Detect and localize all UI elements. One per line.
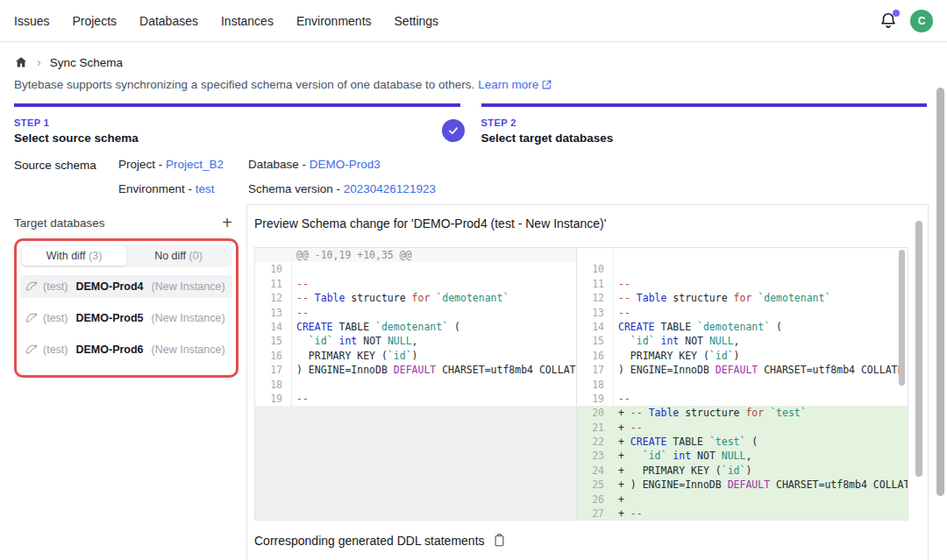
diff-line: 14CREATE TABLE `demotenant` ( [255,320,576,334]
avatar[interactable]: C [910,10,933,32]
line-content: PRIMARY KEY (`id`) [291,349,418,363]
line-number: 26 [577,493,613,507]
breadcrumb-page-title: Sync Schema [50,56,123,69]
tab-with-diff[interactable]: With diff (3) [22,246,126,266]
field-database-label: Database - [248,158,310,171]
project-link[interactable]: Project_B2 [166,158,224,171]
mysql-icon [25,312,38,324]
diff-line: 13-- [255,306,576,320]
line-number: 10 [577,262,613,276]
line-number: 14 [255,320,291,334]
add-database-button[interactable]: + [222,216,232,230]
learn-more-link[interactable]: Learn more [478,78,552,91]
diff-pane-original: @@ -10,19 +10,35 @@ 1011--12-- Table str… [255,248,577,520]
preview-card: Preview Schema change for 'DEMO-Prod4 (t… [246,204,929,560]
diff-line: 23+ `id` int NOT NULL, [577,449,908,463]
field-database: Database - DEMO-Prod3 [248,158,436,171]
line-number: 11 [255,277,291,291]
step-1-completed-badge [442,119,465,142]
tab-with-diff-label: With diff [46,250,89,262]
line-content: CREATE TABLE `demotenant` ( [291,320,460,334]
line-number: 19 [577,392,613,406]
line-content [291,378,296,392]
diff-line: 22+ CREATE TABLE `test` ( [577,435,908,449]
diff-line: 17) ENGINE=InnoDB DEFAULT CHARSET=utf8mb… [577,363,908,377]
steps: STEP 1 Select source schema STEP 2 Selec… [14,103,927,145]
target-panel-header: Target databases + [0,204,246,230]
line-number: 12 [255,291,291,305]
notifications-button[interactable] [879,11,898,31]
line-number: 14 [577,320,613,334]
nav-item-settings[interactable]: Settings [395,14,439,28]
diff-line: 14CREATE TABLE `demotenant` ( [577,320,908,334]
line-number: 10 [255,262,291,276]
card-scrollbar[interactable] [915,221,922,477]
field-project: Project - Project_B2 [118,158,248,171]
line-number: 23 [577,449,613,463]
source-schema-section: Source schema Project - Project_B2 Envir… [14,158,436,195]
db-environment: (test) [43,344,68,356]
tab-no-diff[interactable]: No diff (0) [126,246,231,266]
line-content: + `id` int NOT NULL, [613,449,751,463]
diff-left-filler [255,406,576,520]
nav-item-databases[interactable]: Databases [139,14,198,28]
field-environment: Environment - test [118,182,248,195]
diff-pane-modified: 1011--12-- Table structure for `demotena… [577,248,908,520]
check-icon [447,124,459,137]
line-content: + CREATE TABLE `test` ( [613,435,758,449]
line-number: 25 [577,478,613,492]
field-schema-version-label: Schema version - [248,182,344,195]
line-content: -- [291,392,309,406]
home-icon[interactable] [14,55,28,69]
diff-line: 15 `id` int NOT NULL, [255,334,576,348]
diff-scrollbar[interactable] [899,250,905,386]
db-note: (New Instance) [152,312,225,324]
diff-line: 18 [255,378,576,392]
top-navigation: Issues Projects Databases Instances Envi… [0,0,947,42]
step-2-title: Select target databases [481,131,928,145]
diff-line: 10 [255,262,576,276]
line-number: 17 [577,363,613,377]
tab-no-diff-count: (0) [189,250,203,262]
field-project-label: Project - [118,158,166,171]
diff-tabs: With diff (3) No diff (0) [20,245,232,267]
line-number: 15 [577,334,613,348]
diff-hunk-header-spacer [577,248,908,262]
target-database-row[interactable]: (test)DEMO-Prod4(New Instance) [20,275,232,298]
line-content: -- Table structure for `demotenant` [613,291,830,305]
target-database-row[interactable]: (test)DEMO-Prod6(New Instance) [20,338,232,361]
source-schema-label: Source schema [14,158,118,195]
line-content: -- [613,306,630,320]
line-number: 27 [577,507,613,520]
diff-line: 16 PRIMARY KEY (`id`) [577,349,908,363]
chevron-right-icon: › [37,55,41,69]
nav-item-instances[interactable]: Instances [221,14,274,28]
page-scrollbar[interactable] [936,88,944,496]
nav-item-issues[interactable]: Issues [14,14,49,28]
copy-icon[interactable] [493,533,506,548]
line-content: + ) ENGINE=InnoDB DEFAULT CHARSET=utf8mb… [613,478,908,492]
diff-line: 16 PRIMARY KEY (`id`) [255,349,576,363]
plus-icon: + [222,213,232,232]
hunk-header-text: @@ -10,19 +10,35 @@ [291,248,412,262]
db-environment: (test) [43,280,68,293]
line-content: `id` int NOT NULL, [613,334,740,348]
diff-line: 10 [577,262,908,276]
nav-item-projects[interactable]: Projects [72,14,117,28]
line-content: -- [613,392,630,406]
nav-items: Issues Projects Databases Instances Envi… [14,14,438,28]
line-number: 19 [255,392,291,406]
nav-item-environments[interactable]: Environments [296,14,372,28]
tab-no-diff-label: No diff [154,250,189,262]
line-number: 16 [255,349,291,363]
target-database-row[interactable]: (test)DEMO-Prod5(New Instance) [20,307,232,330]
line-number: 11 [577,277,613,291]
database-link[interactable]: DEMO-Prod3 [310,158,381,171]
line-content: ) ENGINE=InnoDB DEFAULT CHARSET=utf8mb4 … [291,363,577,377]
diff-line: 19-- [577,392,908,406]
db-name: DEMO-Prod6 [75,344,143,356]
schema-version-link[interactable]: 20230426121923 [344,182,436,195]
step-2-label: STEP 2 [481,117,928,128]
db-name: DEMO-Prod4 [75,280,143,293]
environment-link[interactable]: test [196,182,215,195]
